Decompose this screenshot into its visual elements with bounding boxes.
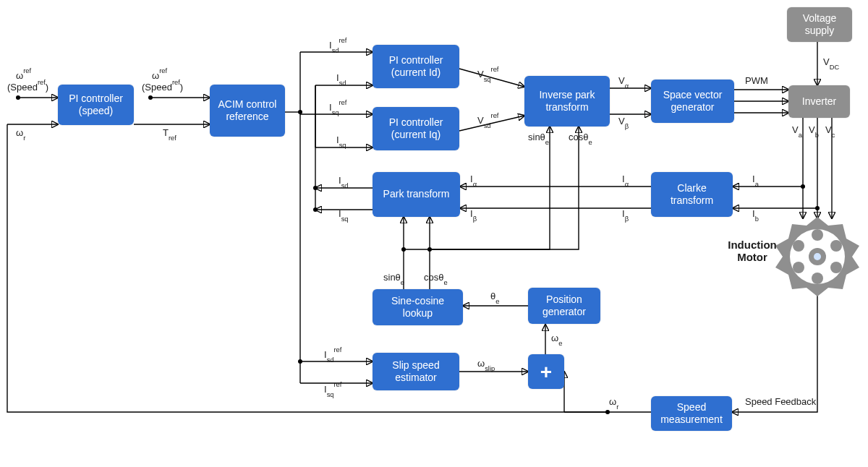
svg-point-44 bbox=[830, 240, 842, 252]
sig-ibeta: Iβ bbox=[470, 208, 477, 221]
block-inverse-park: Inverse park transform bbox=[524, 76, 610, 127]
motor-label: InductionMotor bbox=[727, 239, 778, 263]
sig-isq-ref: Isqref bbox=[329, 101, 346, 115]
sig-park-isd: Isd bbox=[339, 175, 349, 188]
svg-point-46 bbox=[812, 273, 823, 284]
svg-point-26 bbox=[801, 184, 805, 189]
induction-motor-icon bbox=[774, 217, 861, 299]
sig-park-isq: Isq bbox=[339, 208, 349, 221]
label: Sine-cosine lookup bbox=[378, 295, 457, 320]
svg-point-43 bbox=[812, 229, 823, 241]
sig-tref: Tref bbox=[163, 127, 176, 140]
sig-we: ωe bbox=[551, 333, 562, 346]
sig-va: Va bbox=[792, 124, 802, 137]
sig-cos-e: cosθe bbox=[424, 272, 448, 285]
sig-ibeta-2: Iβ bbox=[622, 208, 629, 221]
sig-slip-isq-ref: Isqref bbox=[324, 383, 341, 397]
label: Park transform bbox=[383, 188, 450, 201]
svg-point-50 bbox=[814, 253, 821, 260]
label: PI controller (current Iq) bbox=[378, 116, 454, 142]
sig-ialpha-2: Iα bbox=[622, 173, 629, 187]
svg-point-34 bbox=[401, 247, 406, 252]
label: Slip speed estimator bbox=[378, 359, 454, 385]
block-slip-estimator: Slip speed estimator bbox=[373, 353, 459, 390]
svg-point-0 bbox=[16, 95, 20, 100]
sig-vdc: VDC bbox=[823, 56, 839, 69]
svg-point-27 bbox=[815, 206, 820, 210]
sig-ialpha: Iα bbox=[470, 173, 477, 187]
svg-point-35 bbox=[427, 247, 432, 252]
label: Inverter bbox=[802, 95, 836, 108]
svg-point-45 bbox=[830, 262, 842, 273]
sig-slip-isd-ref: Isdref bbox=[324, 348, 341, 362]
label: + bbox=[540, 359, 552, 385]
sig-isq: Isq bbox=[336, 134, 346, 147]
sig-vc: Vc bbox=[825, 124, 835, 137]
sig-wr-fb: ωr bbox=[609, 396, 618, 409]
svg-point-39 bbox=[298, 359, 302, 364]
svg-point-47 bbox=[793, 262, 804, 273]
label: PI controller (speed) bbox=[64, 93, 128, 118]
sig-speed-ref: (Speedref) bbox=[7, 81, 48, 93]
sig-ia: Ia bbox=[752, 173, 759, 187]
sig-speed-ref-2: (Speedref) bbox=[142, 81, 183, 93]
label: ACIM control reference bbox=[216, 98, 279, 124]
sig-ib: Ib bbox=[752, 208, 759, 221]
block-park: Park transform bbox=[373, 172, 460, 217]
sig-w-ref: ωref bbox=[16, 69, 31, 81]
sig-vsd-ref: Vsdref bbox=[477, 114, 498, 128]
block-pi-id: PI controller (current Id) bbox=[373, 45, 459, 88]
sig-vbeta: Vβ bbox=[618, 116, 629, 129]
label: Inverse park transform bbox=[530, 89, 604, 114]
sig-vb: Vb bbox=[809, 124, 819, 137]
block-inverter: Inverter bbox=[788, 85, 850, 118]
sig-sin-e: sinθe bbox=[383, 272, 404, 285]
svg-point-10 bbox=[313, 186, 318, 190]
label: PI controller (current Id) bbox=[378, 54, 454, 80]
label: Voltage supply bbox=[793, 12, 846, 38]
svg-point-11 bbox=[313, 207, 318, 212]
sig-cos-e-ip: cosθe bbox=[569, 132, 592, 145]
block-speed-measurement: Speed measurement bbox=[651, 396, 732, 431]
sig-theta-e: θe bbox=[490, 291, 499, 304]
label: Speed measurement bbox=[657, 401, 726, 427]
sig-isd-ref: Isdref bbox=[329, 39, 346, 53]
svg-point-48 bbox=[793, 240, 804, 252]
sig-speed-feedback: Speed Feedback bbox=[745, 396, 816, 407]
block-clarke: Clarke transform bbox=[651, 172, 733, 217]
label: Clarke transform bbox=[657, 182, 727, 207]
sig-wslip: ωslip bbox=[477, 358, 495, 371]
block-pi-iq: PI controller (current Iq) bbox=[373, 107, 459, 150]
block-position-generator: Position generator bbox=[528, 288, 600, 324]
block-voltage-supply: Voltage supply bbox=[787, 7, 852, 42]
label: Space vector generator bbox=[657, 89, 728, 114]
label: Position generator bbox=[534, 294, 595, 319]
sig-pwm: PWM bbox=[745, 75, 768, 86]
sig-sin-e-ip: sinθe bbox=[528, 132, 549, 145]
svg-point-8 bbox=[298, 110, 302, 114]
sig-w-ref-2: ωref bbox=[152, 69, 167, 81]
block-space-vector-gen: Space vector generator bbox=[651, 80, 734, 123]
svg-point-41 bbox=[605, 410, 610, 414]
block-sine-cosine: Sine-cosine lookup bbox=[373, 289, 463, 325]
sig-isd: Isd bbox=[336, 72, 346, 85]
sig-vsq-ref: Vsqref bbox=[477, 68, 498, 82]
block-pi-speed: PI controller (speed) bbox=[58, 85, 134, 125]
svg-point-3 bbox=[148, 95, 153, 100]
sig-wr-in: ωr bbox=[16, 127, 25, 140]
block-acim-ref: ACIM control reference bbox=[210, 85, 285, 137]
block-sum: + bbox=[528, 354, 564, 389]
sig-valpha: Vα bbox=[618, 75, 629, 88]
